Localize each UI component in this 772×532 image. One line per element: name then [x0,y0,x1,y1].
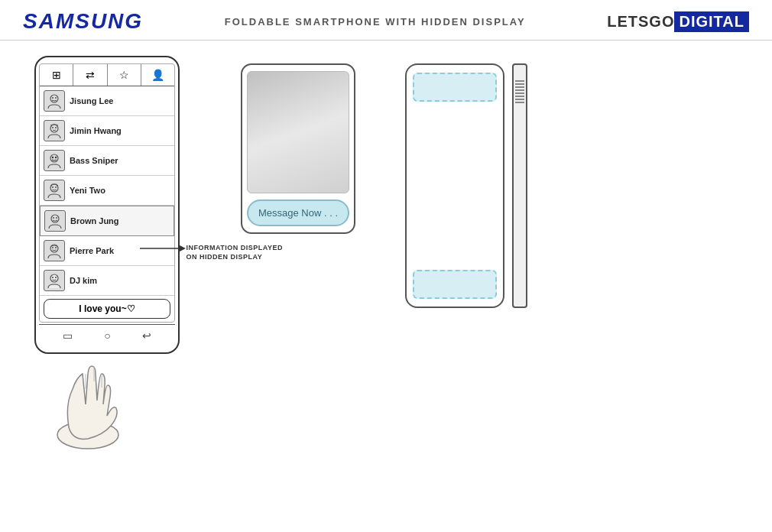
contact-name: Yeni Two [70,186,105,195]
svg-point-4 [52,127,54,128]
side-line [515,92,524,94]
avatar [44,90,65,112]
svg-point-11 [55,187,57,188]
svg-point-5 [55,127,57,128]
side-phone-diagram [512,63,527,308]
samsung-logo: SAMSUNG [23,9,143,34]
phone-screen: ⊞ ⇄ ☆ 👤 [39,63,175,323]
side-line [515,102,524,103]
letsgo-text: LETSGO [607,13,674,31]
svg-point-2 [55,97,57,99]
side-line [515,89,524,91]
left-phone-mockup: ⊞ ⇄ ☆ 👤 [23,56,191,354]
annotation-container: INFORMATION DISPLAYEDON HIDDEN DISPLAY [140,235,283,262]
avatar [44,210,66,232]
message-now-button[interactable]: Message Now . . . [247,200,349,226]
avatar [44,270,65,291]
phone-body: ⊞ ⇄ ☆ 👤 [34,56,180,354]
top-hidden-display-indicator [413,73,497,102]
contact-item[interactable]: Jimin Hwang [40,116,174,146]
avatar [44,120,65,141]
svg-point-18 [50,274,58,282]
hidden-phone-body: Message Now . . . [241,63,355,234]
bottom-hidden-display-indicator [413,270,497,299]
contact-name: Jisung Lee [70,96,113,105]
contact-item[interactable]: Bass Sniper [40,146,174,176]
svg-marker-22 [178,245,186,252]
svg-point-10 [52,187,54,188]
contact-item[interactable]: Jisung Lee [40,86,174,116]
letsgo-digital-logo: LETSGO DIGITAL [607,11,749,32]
page-title: FOLDABLE SMARTPHONE WITH HIDDEN DISPLAY [225,16,526,28]
svg-point-1 [52,97,54,99]
hand-illustration [31,336,145,453]
phone-nav-bar: ⊞ ⇄ ☆ 👤 [40,64,174,86]
middle-hidden-display: Message Now . . . [222,63,375,234]
digital-badge: DIGITAL [674,11,749,32]
hidden-display-screen [247,71,349,193]
svg-point-17 [55,247,57,248]
contact-name: Pierre Park [70,246,114,255]
nav-star-icon[interactable]: ☆ [108,64,141,86]
side-line [515,80,524,82]
nav-person-icon[interactable]: 👤 [141,64,174,86]
svg-point-8 [55,157,57,158]
side-line [515,99,524,100]
contact-item-brown-jung[interactable]: Brown Jung [40,206,174,236]
avatar [44,240,65,261]
right-phone-diagrams [405,63,527,308]
side-line [515,86,524,88]
svg-point-13 [53,217,54,219]
annotation-text: INFORMATION DISPLAYEDON HIDDEN DISPLAY [186,243,283,262]
front-phone-diagram [405,63,504,308]
nav-windows-icon[interactable]: ⊞ [40,64,73,86]
screen-area [413,102,497,270]
contact-name: Jimin Hwang [70,126,122,135]
contact-name: Bass Sniper [70,156,118,165]
svg-point-19 [52,277,54,278]
svg-point-14 [56,217,57,219]
message-bubble: I love you~♡ [44,299,170,319]
avatar [44,180,65,201]
nav-transfer-icon[interactable]: ⇄ [73,64,107,86]
contact-name-brown-jung: Brown Jung [70,216,119,225]
arrow-icon [140,237,186,260]
contact-name: DJ kim [70,276,97,285]
side-detail [515,73,524,111]
main-content: ⊞ ⇄ ☆ 👤 [0,41,772,527]
contact-list: Jisung Lee [40,86,174,296]
contact-item[interactable]: Yeni Two [40,176,174,206]
avatar [44,150,65,171]
header: SAMSUNG FOLDABLE SMARTPHONE WITH HIDDEN … [0,0,772,41]
svg-point-16 [52,247,54,248]
svg-point-20 [55,277,57,278]
contact-item[interactable]: DJ kim [40,266,174,296]
side-line [515,96,524,97]
hand-svg [31,336,145,450]
side-line [515,83,524,85]
svg-point-7 [52,157,54,158]
svg-point-3 [50,125,58,132]
